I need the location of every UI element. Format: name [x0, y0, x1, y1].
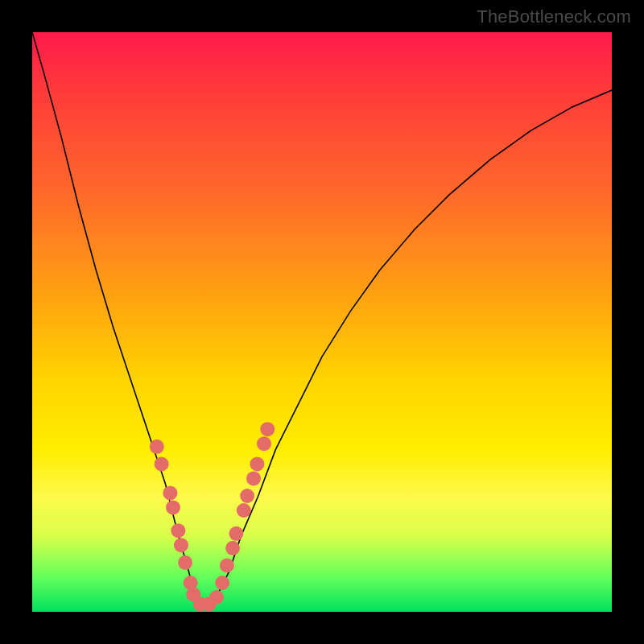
highlight-dot [150, 440, 164, 454]
highlight-dot [163, 485, 177, 500]
watermark-text: TheBottleneck.com [477, 6, 631, 27]
highlight-dot [155, 456, 169, 471]
chart-stage: TheBottleneck.com [0, 0, 644, 644]
highlight-dot [237, 503, 251, 518]
highlight-dot [257, 436, 271, 451]
highlight-dot [215, 576, 229, 590]
highlight-dot [225, 541, 240, 555]
highlight-dot [240, 489, 254, 503]
highlight-dot [250, 456, 264, 471]
highlight-dot [260, 422, 275, 436]
highlight-dot [178, 555, 192, 570]
highlight-dot [229, 526, 243, 541]
highlight-dot [220, 558, 234, 572]
highlight-dot [171, 523, 185, 538]
chart-plot-area [32, 32, 612, 612]
chart-svg [32, 32, 612, 612]
bottleneck-curve-path [32, 32, 612, 606]
highlight-dot [166, 500, 180, 514]
highlight-dots-group [150, 422, 275, 611]
highlight-dot [209, 590, 224, 605]
highlight-dot [246, 471, 261, 485]
highlight-dot [174, 538, 188, 552]
